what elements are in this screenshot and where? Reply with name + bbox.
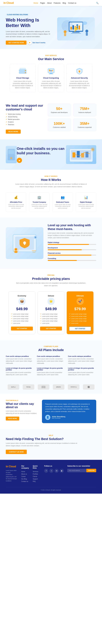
newsletter-form: Subscribe (67, 469, 96, 472)
stat-1: 75M+ Instances deployed (73, 104, 96, 116)
footer-link-quick-3[interactable]: Support (33, 478, 41, 480)
feature-item-2: Financial service (48, 252, 96, 256)
checklist-item-2: Market generation (6, 118, 43, 120)
nav-about[interactable]: About (47, 2, 52, 4)
pricing-feature-1-3: Lorem proin volupt volupt (40, 320, 62, 322)
nav-blog[interactable]: Blog (62, 2, 66, 4)
hiw-step-title-3: Digital Strategic (78, 201, 94, 203)
footer-link-company-2[interactable]: Career (21, 476, 29, 477)
pricing-icon-1: ⭐ (47, 298, 55, 305)
checklist-item-3: Analytics (6, 121, 43, 123)
search-icon[interactable]: 🔍 (96, 2, 98, 4)
pricing-button-1[interactable]: GET STARTED (40, 326, 62, 330)
hiw-description: Lorem ipsum dolor sit amet, consectetur … (15, 183, 87, 188)
plan-feature-title-5: Lorem at integer do purus gravida portti… (68, 367, 96, 371)
testimonial-read-more-button[interactable]: READ MORE (6, 416, 19, 420)
linkedin-icon[interactable]: in (55, 469, 59, 473)
hero-svg (61, 19, 90, 39)
newsletter-email-input[interactable] (67, 469, 86, 472)
service-desc-1: Lorem ipsum dolor sit amet, consectetur … (41, 80, 61, 89)
footer-col-title-1: Quick links (33, 465, 41, 469)
logo-accent: Cloud (6, 2, 14, 4)
feature-name-0: Digital strategy (48, 242, 96, 243)
stat-label-3: Customers supported (76, 126, 94, 128)
banner-figure-left (6, 146, 17, 163)
svg-rect-8 (78, 26, 80, 30)
plan-feature-desc-1: Lorem ipsum dolor sit amet, consectetur … (37, 358, 65, 364)
svg-rect-23 (49, 74, 53, 74)
pricing-feature-0-4: Lorem proin (11, 322, 33, 324)
svg-rect-7 (76, 24, 78, 30)
stats-checklist: World-class hosting Social Sharing Marke… (6, 113, 43, 126)
stats-read-more-button[interactable]: READ MORE (6, 130, 21, 134)
plan-feature-3: Lorem at integer do purus gravida portti… (6, 367, 34, 376)
stat-number-3: 35M+ (76, 121, 94, 126)
testimonial-label: TESTIMONIALS (6, 400, 38, 401)
banner-play-button[interactable] (17, 158, 22, 163)
footer-col-social: Follow us f t in ▶ (44, 465, 64, 484)
plan-feature-0: Cum sociis natoque penatibus Lorem ipsum… (6, 355, 34, 364)
svg-rect-2 (72, 32, 80, 33)
services-title: Our Main Service (6, 57, 96, 61)
pricing-button-0[interactable]: GET STARTED (11, 326, 33, 330)
nav-pages[interactable]: Pages (40, 2, 45, 4)
footer-link-company-0[interactable]: Home (21, 471, 29, 472)
footer-link-company-3[interactable]: Our Blog (21, 478, 29, 480)
play-button[interactable]: ▶ See how it works (28, 41, 45, 44)
footer-copyright: © 2021 inCloud. All rights reserved. (41, 489, 61, 491)
cta-button[interactable]: GET STARTED NOW (6, 40, 27, 45)
facebook-icon[interactable]: f (44, 469, 48, 473)
feature-name-1: Development (48, 247, 96, 248)
footer-col-quick: Quick links Services Portfolio Clients S… (33, 465, 41, 484)
help-contact-button[interactable]: CONTACT US NOW (6, 450, 27, 454)
svg-rect-43 (24, 244, 25, 245)
youtube-icon[interactable]: ▶ (60, 469, 64, 473)
svg-rect-22 (50, 73, 53, 74)
feature-bar-1 (48, 249, 96, 250)
hiw-icon-1: 🏢 (36, 195, 42, 200)
svg-point-14 (64, 25, 68, 27)
footer-col-newsletter: Subscribe to our newsletter Subscribe (67, 465, 96, 484)
footer-col-title-2: Follow us (44, 465, 64, 467)
hero-badge: CLOUD HOSTING SOLUTIONS (6, 14, 29, 16)
stat-number-1: 75M+ (76, 106, 94, 111)
footer-link-company-4[interactable]: Contact us (21, 480, 29, 482)
pricing-button-2[interactable]: GET STARTED (69, 326, 91, 331)
hiw-card-1: 🏢 Trusted Company Lorem ipsum dolor sit … (29, 192, 49, 212)
hero-buttons: GET STARTED NOW ▶ See how it works (6, 40, 52, 45)
pricing-feature-0-3: Lorem proin volupt volupt (11, 320, 33, 322)
footer-link-quick-0[interactable]: Services (33, 471, 41, 472)
footer-link-quick-4[interactable]: FAQ (33, 480, 41, 482)
checklist-item-0: World-class hosting (6, 113, 43, 115)
footer-bottom: © 2021 inCloud. All rights reserved. (6, 487, 96, 491)
pricing-feature-2-3: Lorem proin volupt volupt (69, 320, 91, 322)
svg-rect-25 (50, 70, 52, 71)
pricing-features-1: Lorem proin volupt volupt Lorem proin vo… (40, 313, 62, 324)
footer-link-company-1[interactable]: About us (21, 473, 29, 475)
hiw-label: HOW IT WORKS (6, 176, 96, 177)
logo[interactable]: inCloud (4, 2, 14, 4)
nav-features[interactable]: Features (54, 2, 60, 4)
pricing-feature-2-4: Lorem proin (69, 322, 91, 324)
plan-feature-2: Cum sociis natoque penatibus Lorem ipsum… (68, 355, 96, 364)
feature-name-3: Consulting (48, 258, 96, 259)
service-icon-security (74, 67, 84, 75)
service-desc-0: Lorem ipsum dolor sit amet, consectetur … (13, 80, 33, 89)
all-plans-title: All Plans Include (6, 348, 96, 352)
testimonial-description: Lorem ipsum dolor sit amet consectetur a… (6, 410, 38, 414)
nav-home[interactable]: Home (33, 2, 38, 4)
twitter-icon[interactable]: t (49, 469, 53, 473)
footer-col-title-0: Our company (21, 465, 29, 469)
partner-logo-0: NATLA (8, 384, 19, 390)
newsletter-subscribe-button[interactable]: Subscribe (86, 469, 96, 472)
service-name-1: Cloud Computing (41, 77, 61, 79)
author-name: Julian Strandberg (52, 416, 65, 418)
partner-logo-5: ⊞ (83, 384, 94, 390)
testimonial-section: TESTIMONIALS What our clients say about … (0, 394, 102, 429)
nav-contact[interactable]: Contact us (68, 2, 76, 4)
svg-rect-6 (74, 26, 76, 30)
footer-link-quick-2[interactable]: Clients (33, 476, 41, 477)
hiw-step-desc-2: Lorem ipsum dolor sit amet consectetur a… (54, 204, 71, 209)
author-title: Web Developer (52, 418, 65, 419)
footer-link-quick-1[interactable]: Portfolio (33, 473, 41, 475)
